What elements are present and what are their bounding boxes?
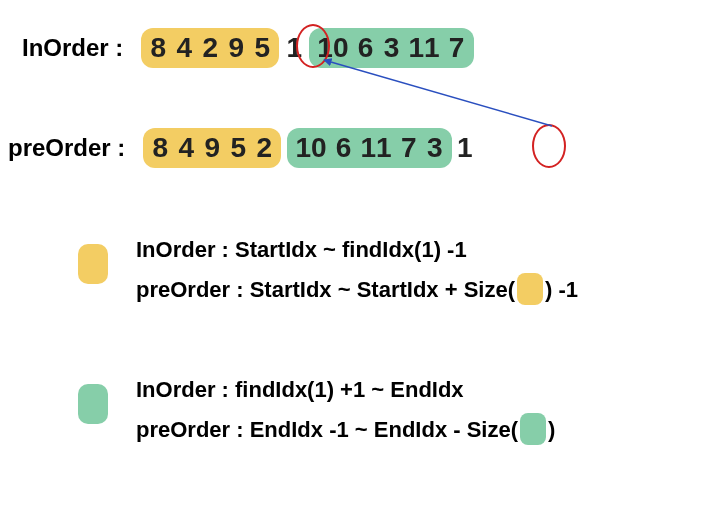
preorder-label: preOrder :: [8, 134, 125, 162]
legend-yellow: InOrder : StartIdx ~ findIdx(1) -1 preOr…: [78, 230, 578, 309]
inorder-right-group: 10 6 3 11 7: [309, 28, 473, 68]
preorder-num: 10: [295, 132, 326, 164]
yellow-inline-swatch-icon: [517, 273, 543, 305]
preorder-num: 4: [177, 132, 195, 164]
preorder-right-group: 10 6 11 7 3: [287, 128, 451, 168]
legend-green: InOrder : findIdx(1) +1 ~ EndIdx preOrde…: [78, 370, 555, 449]
inorder-num: 2: [201, 32, 219, 64]
preorder-num: 3: [426, 132, 444, 164]
preorder-sequence: 8 4 9 5 2 10 6 11 7 3 1: [143, 128, 473, 168]
inorder-num: 7: [448, 32, 466, 64]
inorder-sequence: 8 4 2 9 5 1 10 6 3 11 7: [141, 28, 473, 68]
inorder-num: 4: [175, 32, 193, 64]
legend-yellow-pre-prefix: preOrder : StartIdx ~ StartIdx + Size(: [136, 277, 515, 302]
preorder-num: 6: [335, 132, 353, 164]
preorder-left-group: 8 4 9 5 2: [143, 128, 281, 168]
inorder-row: InOrder : 8 4 2 9 5 1 10 6 3 11 7: [22, 28, 474, 68]
inorder-num: 5: [253, 32, 271, 64]
yellow-swatch-icon: [78, 244, 108, 284]
preorder-row: preOrder : 8 4 9 5 2 10 6 11 7 3 1: [8, 128, 474, 168]
preorder-root-circle-icon: [532, 124, 566, 168]
legend-green-pre: preOrder : EndIdx -1 ~ EndIdx - Size(): [136, 410, 555, 450]
legend-yellow-text: InOrder : StartIdx ~ findIdx(1) -1 preOr…: [136, 230, 578, 309]
preorder-num: 5: [229, 132, 247, 164]
legend-yellow-pre: preOrder : StartIdx ~ StartIdx + Size() …: [136, 270, 578, 310]
inorder-left-group: 8 4 2 9 5: [141, 28, 279, 68]
green-swatch-icon: [78, 384, 108, 424]
legend-yellow-pre-suffix: ) -1: [545, 277, 578, 302]
legend-green-pre-prefix: preOrder : EndIdx -1 ~ EndIdx - Size(: [136, 417, 518, 442]
preorder-num: 11: [361, 132, 392, 164]
inorder-num: 11: [409, 32, 440, 64]
preorder-num: 9: [203, 132, 221, 164]
legend-green-pre-suffix: ): [548, 417, 555, 442]
preorder-num: 7: [400, 132, 418, 164]
legend-yellow-in: InOrder : StartIdx ~ findIdx(1) -1: [136, 230, 578, 270]
inorder-num: 3: [383, 32, 401, 64]
inorder-label: InOrder :: [22, 34, 123, 62]
legend-green-in: InOrder : findIdx(1) +1 ~ EndIdx: [136, 370, 555, 410]
preorder-root: 1: [456, 132, 474, 164]
inorder-root: 1: [285, 32, 303, 64]
green-inline-swatch-icon: [520, 413, 546, 445]
preorder-num: 2: [255, 132, 273, 164]
legend-green-text: InOrder : findIdx(1) +1 ~ EndIdx preOrde…: [136, 370, 555, 449]
preorder-num: 8: [151, 132, 169, 164]
inorder-num: 6: [357, 32, 375, 64]
inorder-num: 9: [227, 32, 245, 64]
svg-line-0: [324, 60, 552, 126]
inorder-num: 8: [149, 32, 167, 64]
inorder-num: 10: [317, 32, 348, 64]
